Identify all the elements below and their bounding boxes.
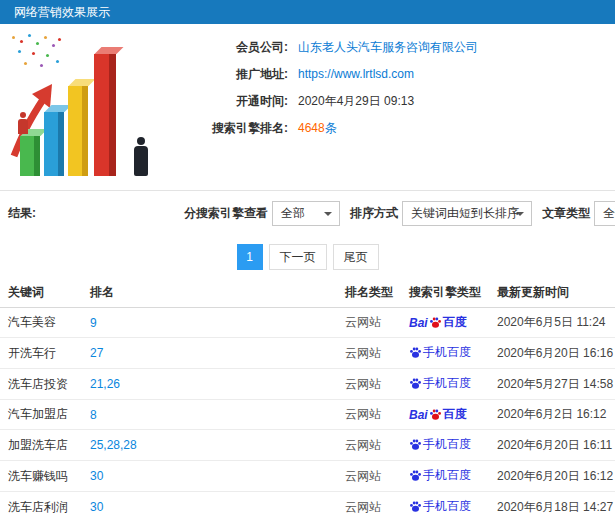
engine-cell: Bai 百度	[401, 308, 489, 338]
time-cell: 2020年6月20日 16:12	[489, 461, 615, 492]
engine-select-value: 全部	[281, 205, 305, 222]
rank-link[interactable]: 25,28,28	[90, 438, 137, 452]
header-rank: 排名	[82, 278, 337, 308]
rank-count-unit[interactable]: 条	[325, 120, 337, 137]
result-label: 结果:	[8, 205, 36, 222]
promo-url-link[interactable]: https://www.lrtlsd.com	[298, 67, 414, 81]
baidu-logo-cn: 百度	[443, 314, 467, 331]
rank-type-cell: 云网站	[337, 400, 401, 430]
chart-bar	[94, 54, 116, 176]
baidu-logo: Bai 百度	[409, 406, 467, 423]
header-keyword: 关键词	[0, 278, 82, 308]
mobile-baidu-logo: 手机百度	[409, 436, 471, 453]
rank-link[interactable]: 30	[90, 469, 103, 483]
table-row: 洗车赚钱吗 30 云网站 手机百度 2020年6月20日 16:12	[0, 461, 615, 492]
type-select-value: 全部	[603, 205, 615, 222]
table-row: 洗车店投资 21,26 云网站 手机百度 2020年5月27日 14:58	[0, 369, 615, 400]
last-page-button[interactable]: 尾页	[333, 244, 379, 270]
table-row: 汽车加盟店 8 云网站 Bai 百度 2020年6月2日 16:12	[0, 400, 615, 430]
mobile-baidu-label: 手机百度	[423, 375, 471, 392]
chart-bar	[20, 136, 40, 176]
person-figure	[18, 112, 28, 134]
engine-cell: 手机百度	[401, 430, 489, 461]
mobile-baidu-paw-icon	[409, 469, 422, 482]
header-update-time: 最新更新时间	[489, 278, 615, 308]
mobile-baidu-paw-icon	[409, 346, 422, 359]
rank-link[interactable]: 21,26	[90, 377, 120, 391]
sort-filter-label: 排序方式	[350, 205, 398, 222]
mobile-baidu-logo: 手机百度	[409, 375, 471, 392]
page-title: 网络营销效果展示	[14, 5, 110, 19]
company-label: 会员公司:	[178, 39, 288, 56]
rank-type-cell: 云网站	[337, 492, 401, 520]
keyword-cell: 加盟洗车店	[0, 430, 82, 461]
keyword-cell: 汽车加盟店	[0, 400, 82, 430]
time-cell: 2020年6月20日 16:16	[489, 338, 615, 369]
baidu-logo-text: Bai	[409, 408, 428, 422]
engine-cell: 手机百度	[401, 369, 489, 400]
rank-type-cell: 云网站	[337, 430, 401, 461]
mobile-baidu-label: 手机百度	[423, 498, 471, 515]
chart-bar	[44, 112, 64, 176]
table-row: 洗车店利润 30 云网站 手机百度 2020年6月18日 14:27	[0, 492, 615, 520]
info-row-rank-count: 搜索引擎排名: 4648 条	[178, 119, 478, 137]
rank-link[interactable]: 9	[90, 316, 97, 330]
engine-cell: 手机百度	[401, 461, 489, 492]
results-table: 关键词 排名 排名类型 搜索引擎类型 最新更新时间 汽车美容 9 云网站 Bai…	[0, 278, 615, 520]
info-section: 会员公司: 山东老人头汽车服务咨询有限公司 推广地址: https://www.…	[0, 24, 615, 190]
rank-link[interactable]: 30	[90, 500, 103, 514]
baidu-logo-cn: 百度	[443, 406, 467, 423]
mobile-baidu-label: 手机百度	[423, 436, 471, 453]
mobile-baidu-paw-icon	[409, 377, 422, 390]
mobile-baidu-logo: 手机百度	[409, 467, 471, 484]
info-row-url: 推广地址: https://www.lrtlsd.com	[178, 65, 478, 83]
rank-type-cell: 云网站	[337, 308, 401, 338]
pagination: 1 下一页 尾页	[0, 236, 615, 278]
table-row: 汽车美容 9 云网站 Bai 百度 2020年6月5日 11:24	[0, 308, 615, 338]
filter-bar: 结果: 分搜索引擎查看 全部 排序方式 关键词由短到长排序 文章类型 全部 提交	[0, 190, 615, 236]
keyword-cell: 汽车美容	[0, 308, 82, 338]
type-select[interactable]: 全部	[594, 201, 615, 226]
time-cell: 2020年6月5日 11:24	[489, 308, 615, 338]
sort-select-value: 关键词由短到长排序	[411, 205, 519, 222]
baidu-paw-icon	[429, 408, 442, 421]
next-page-button[interactable]: 下一页	[269, 244, 327, 270]
type-filter-label: 文章类型	[542, 205, 590, 222]
rank-type-cell: 云网站	[337, 369, 401, 400]
table-header-row: 关键词 排名 排名类型 搜索引擎类型 最新更新时间	[0, 278, 615, 308]
header-engine-type: 搜索引擎类型	[401, 278, 489, 308]
rank-count-label: 搜索引擎排名:	[178, 120, 288, 137]
titlebar: 网络营销效果展示	[0, 0, 615, 24]
info-row-open-time: 开通时间: 2020年4月29日 09:13	[178, 92, 478, 110]
baidu-logo-text: Bai	[409, 316, 428, 330]
keyword-cell: 洗车赚钱吗	[0, 461, 82, 492]
rank-type-cell: 云网站	[337, 461, 401, 492]
rank-link[interactable]: 27	[90, 346, 103, 360]
mobile-baidu-logo: 手机百度	[409, 498, 471, 515]
page-current[interactable]: 1	[237, 244, 263, 270]
sort-select[interactable]: 关键词由短到长排序	[402, 201, 532, 226]
mobile-baidu-paw-icon	[409, 500, 422, 513]
keyword-cell: 洗车店投资	[0, 369, 82, 400]
baidu-logo: Bai 百度	[409, 314, 467, 331]
time-cell: 2020年6月20日 16:11	[489, 430, 615, 461]
baidu-paw-icon	[429, 316, 442, 329]
header-rank-type: 排名类型	[337, 278, 401, 308]
promo-url-label: 推广地址:	[178, 66, 288, 83]
time-cell: 2020年6月18日 14:27	[489, 492, 615, 520]
company-link[interactable]: 山东老人头汽车服务咨询有限公司	[298, 39, 478, 56]
info-fields: 会员公司: 山东老人头汽车服务咨询有限公司 推广地址: https://www.…	[178, 38, 478, 146]
mobile-baidu-label: 手机百度	[423, 467, 471, 484]
rank-link[interactable]: 8	[90, 408, 97, 422]
rank-count-value: 4648	[298, 121, 325, 135]
mobile-baidu-paw-icon	[409, 438, 422, 451]
engine-cell: 手机百度	[401, 492, 489, 520]
chart-bar	[68, 86, 88, 176]
engine-select[interactable]: 全部	[272, 201, 340, 226]
engine-filter-label: 分搜索引擎查看	[184, 205, 268, 222]
engine-cell: 手机百度	[401, 338, 489, 369]
open-time-label: 开通时间:	[178, 93, 288, 110]
open-time-value: 2020年4月29日 09:13	[298, 93, 414, 110]
engine-cell: Bai 百度	[401, 400, 489, 430]
keyword-cell: 开洗车行	[0, 338, 82, 369]
